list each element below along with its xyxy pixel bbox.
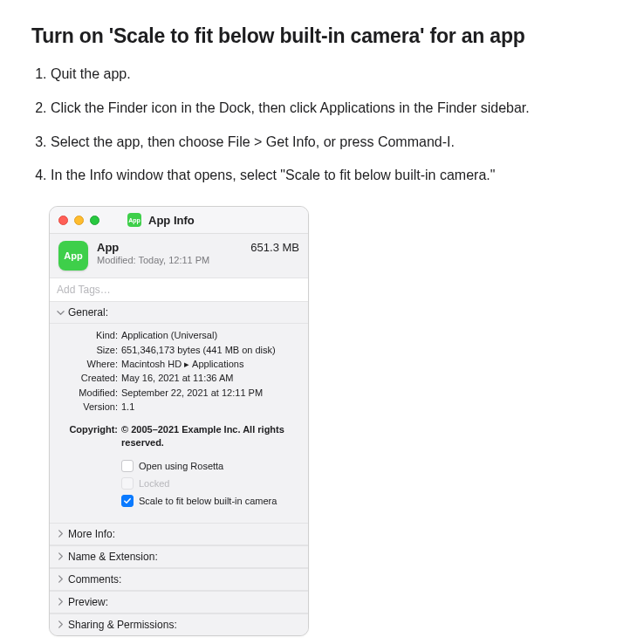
section-general[interactable]: General: bbox=[50, 302, 308, 324]
scale-row[interactable]: Scale to fit below built-in camera bbox=[121, 495, 299, 507]
step-item: Select the app, then choose File > Get I… bbox=[51, 132, 613, 154]
chevron-right-icon bbox=[57, 530, 65, 538]
steps-list: Quit the app. Click the Finder icon in t… bbox=[31, 64, 613, 187]
copyright-label: Copyright: bbox=[58, 423, 121, 449]
section-comments[interactable]: Comments: bbox=[50, 568, 308, 591]
scale-label: Scale to fit below built-in camera bbox=[139, 496, 277, 506]
size-value: 651,346,173 bytes (441 MB on disk) bbox=[121, 344, 299, 357]
section-name-extension[interactable]: Name & Extension: bbox=[50, 545, 308, 568]
checkbox-checked-icon bbox=[121, 495, 134, 507]
checkbox-unchecked-icon bbox=[121, 460, 134, 472]
version-label: Version: bbox=[58, 401, 121, 414]
section-more-info[interactable]: More Info: bbox=[50, 523, 308, 545]
close-icon[interactable] bbox=[58, 216, 68, 225]
rosetta-label: Open using Rosetta bbox=[139, 461, 223, 471]
checkbox-disabled-icon bbox=[121, 477, 134, 490]
tags-input[interactable] bbox=[50, 278, 308, 301]
section-label: Sharing & Permissions: bbox=[68, 619, 177, 631]
modified-summary: Modified: Today, 12:11 PM bbox=[97, 255, 242, 265]
chevron-right-icon bbox=[57, 552, 65, 560]
created-value: May 16, 2021 at 11:36 AM bbox=[121, 372, 299, 385]
step-item: Click the Finder icon in the Dock, then … bbox=[51, 98, 613, 120]
chevron-right-icon bbox=[57, 575, 65, 583]
version-value: 1.1 bbox=[121, 401, 299, 414]
general-body: Kind:Application (Universal) Size:651,34… bbox=[50, 324, 308, 523]
tags-field bbox=[50, 277, 308, 302]
titlebar: App App Info bbox=[50, 207, 308, 234]
zoom-icon[interactable] bbox=[90, 216, 99, 225]
page-heading: Turn on 'Scale to fit below built-in cam… bbox=[31, 24, 613, 48]
modified-label: Modified: bbox=[58, 387, 121, 400]
info-window: App App Info App App Modified: Today, 12… bbox=[49, 206, 309, 636]
section-label: More Info: bbox=[68, 528, 115, 540]
created-label: Created: bbox=[58, 372, 121, 385]
chevron-right-icon bbox=[57, 598, 65, 606]
traffic-lights bbox=[58, 216, 99, 225]
header-row: App App Modified: Today, 12:11 PM 651.3 … bbox=[50, 234, 308, 277]
chevron-down-icon bbox=[57, 309, 65, 317]
section-label: General: bbox=[68, 306, 108, 319]
section-label: Comments: bbox=[68, 573, 121, 586]
locked-label: Locked bbox=[139, 478, 169, 489]
minimize-icon[interactable] bbox=[74, 216, 84, 225]
app-icon: App bbox=[58, 241, 88, 271]
kind-label: Kind: bbox=[58, 329, 121, 342]
window-title: App Info bbox=[148, 214, 195, 227]
step-item: Quit the app. bbox=[51, 64, 613, 86]
modified-value: September 22, 2021 at 12:11 PM bbox=[121, 387, 299, 400]
locked-row: Locked bbox=[121, 477, 299, 490]
app-size: 651.3 MB bbox=[250, 241, 299, 254]
section-label: Preview: bbox=[68, 596, 108, 608]
kind-value: Application (Universal) bbox=[121, 329, 299, 342]
rosetta-row[interactable]: Open using Rosetta bbox=[121, 460, 299, 472]
app-name: App bbox=[97, 241, 242, 254]
section-sharing[interactable]: Sharing & Permissions: bbox=[50, 613, 308, 635]
section-preview[interactable]: Preview: bbox=[50, 591, 308, 613]
copyright-value: © 2005–2021 Example Inc. All rights rese… bbox=[121, 423, 299, 449]
title-app-icon: App bbox=[127, 213, 141, 227]
step-item: In the Info window that opens, select "S… bbox=[51, 165, 613, 187]
where-label: Where: bbox=[58, 358, 121, 371]
size-label: Size: bbox=[58, 344, 121, 357]
section-label: Name & Extension: bbox=[68, 551, 158, 563]
chevron-right-icon bbox=[57, 620, 65, 628]
where-value: Macintosh HD▸Applications bbox=[121, 358, 299, 371]
